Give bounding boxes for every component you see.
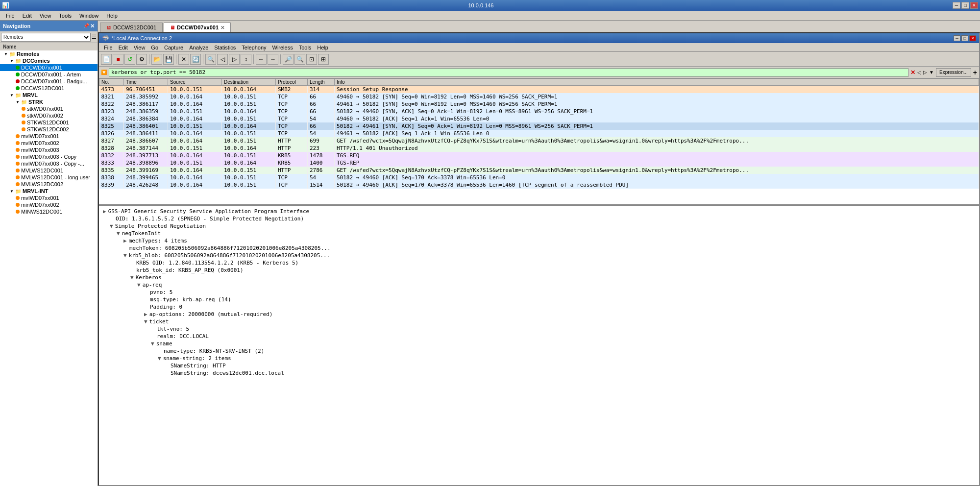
detail-line[interactable]: ▼ticket	[101, 318, 977, 325]
menu-window[interactable]: Window	[75, 12, 102, 20]
tree-item-stkwd07xx002[interactable]: stkWD07xx002	[0, 112, 98, 119]
detail-line[interactable]: ▶ap-options: 20000000 (mutual-required)	[101, 311, 977, 318]
ws-packet-table[interactable]: No. Time Source Destination Protocol Len…	[99, 78, 979, 206]
menu-help[interactable]: Help	[102, 12, 122, 20]
detail-line[interactable]: ▼krb5_blob: 608205b506092a864886f7120102…	[101, 252, 977, 259]
detail-line[interactable]: Padding: 0	[101, 303, 977, 311]
ws-find-btn[interactable]: 🔍	[205, 54, 216, 65]
tree-item-mvlws12dc001[interactable]: MVLWS12DC001	[0, 167, 98, 174]
packet-row[interactable]: 8323 248.386359 10.0.0.151 10.0.0.164 TC…	[99, 108, 979, 115]
tree-item-mvlwd07xx001[interactable]: mvIWD07xx001	[0, 133, 98, 140]
packet-row[interactable]: 8324 248.386384 10.0.0.164 10.0.0.151 TC…	[99, 115, 979, 122]
packet-row[interactable]: 8332 248.397713 10.0.0.164 10.0.0.151 KR…	[99, 152, 979, 159]
packet-row[interactable]: 8333 248.398896 10.0.0.151 10.0.0.164 KR…	[99, 159, 979, 167]
packet-row[interactable]: 8339 248.426248 10.0.0.164 10.0.0.151 TC…	[99, 181, 979, 189]
ws-menu-statistics[interactable]: Statistics	[211, 44, 239, 51]
ws-menu-view[interactable]: View	[131, 44, 148, 51]
minimize-button[interactable]: ─	[953, 2, 960, 9]
ws-zoom-reset-btn[interactable]: ⊡	[306, 54, 317, 65]
ws-menu-help[interactable]: Help	[314, 44, 331, 51]
detail-line[interactable]: ▼sname	[101, 340, 977, 347]
tab-dccwd07xx001[interactable]: 🖥 DCCWD07xx001 ✕	[164, 23, 231, 32]
ws-next-btn[interactable]: ▷	[229, 54, 240, 65]
detail-line[interactable]: pvno: 5	[101, 289, 977, 296]
ws-filter-clear-btn[interactable]: ✕	[910, 69, 915, 76]
tree-item-stkws12dc001[interactable]: STKWS12DC001	[0, 119, 98, 126]
detail-line[interactable]: name-type: KRB5-NT-SRV-INST (2)	[101, 347, 977, 355]
detail-line[interactable]: SNameString: HTTP	[101, 362, 977, 369]
ws-expression-btn[interactable]: Expression...	[936, 68, 971, 77]
detail-line[interactable]: ▼sname-string: 2 items	[101, 355, 977, 362]
tree-item-stkws12dc002[interactable]: STKWS12DC002	[0, 126, 98, 133]
ws-zoom-out-btn[interactable]: 🔍	[294, 54, 305, 65]
tree-item-mvlwd07xx001-int[interactable]: mvIWD07xx001	[0, 194, 98, 201]
tree-item-mvlwd07xx003-copy2[interactable]: mvIWD07xx003 - Copy -...	[0, 160, 98, 167]
ws-menu-file[interactable]: File	[101, 44, 116, 51]
tree-item-mvlwd07xx002[interactable]: mvIWD07xx002	[0, 140, 98, 146]
detail-line[interactable]: mechToken: 608205b506092a864886f71201020…	[101, 244, 977, 252]
packet-row[interactable]: 8335 248.399169 10.0.0.164 10.0.0.151 HT…	[99, 167, 979, 174]
tree-item-dccwd07xx001-artem[interactable]: DCCWD07xx001 - Artem	[0, 71, 98, 78]
tab-dccws12dc001[interactable]: 🖥 DCCWS12DC001	[100, 23, 163, 32]
ws-filter-arrow2[interactable]: ▷	[923, 70, 927, 75]
ws-close-file-btn[interactable]: ✕	[178, 54, 189, 65]
detail-line[interactable]: ▼negTokenInit	[101, 230, 977, 237]
ws-menu-tools[interactable]: Tools	[296, 44, 315, 51]
packet-row[interactable]: 8322 248.386117 10.0.0.164 10.0.0.151 TC…	[99, 100, 979, 108]
menu-tools[interactable]: Tools	[55, 12, 75, 20]
ws-menu-capture[interactable]: Capture	[161, 44, 186, 51]
tab-close-button[interactable]: ✕	[220, 25, 224, 30]
detail-line[interactable]: tkt-vno: 5	[101, 325, 977, 333]
ws-zoom-in-btn[interactable]: 🔎	[283, 54, 294, 65]
ws-reload-btn[interactable]: 🔄	[190, 54, 201, 65]
pin-icon[interactable]: 📌	[83, 23, 89, 29]
strk-group[interactable]: ▼ 📁 STRK	[0, 98, 98, 105]
tree-item-dccws12dc001[interactable]: DCCWS12DC001	[0, 85, 98, 92]
ws-back-btn[interactable]: ←	[256, 54, 267, 65]
tree-item-mvlwd07xx003[interactable]: mvIWD07xx003	[0, 146, 98, 153]
menu-edit[interactable]: Edit	[19, 12, 36, 20]
detail-line[interactable]: krb5_tok_id: KRB5_AP_REQ (0x0001)	[101, 267, 977, 274]
detail-line[interactable]: ▶GSS-API Generic Security Service Applic…	[101, 208, 977, 215]
mrvlint-group[interactable]: ▼ 📁 MRVL-INT	[0, 188, 98, 194]
tree-item-mvlws12dc001-long[interactable]: MVLWS12DC001 - long user	[0, 174, 98, 181]
packet-row[interactable]: 8327 248.386607 10.0.0.164 10.0.0.151 HT…	[99, 137, 979, 145]
menu-view[interactable]: View	[36, 12, 55, 20]
packet-row[interactable]: 8321 248.385992 10.0.0.164 10.0.0.151 TC…	[99, 93, 979, 100]
nav-menu-icon[interactable]: ☰	[92, 34, 97, 40]
packet-row[interactable]: 8338 248.399465 10.0.0.164 10.0.0.151 TC…	[99, 174, 979, 181]
ws-restore-btn[interactable]: □	[961, 35, 968, 41]
detail-line[interactable]: ▼ap-req	[101, 281, 977, 289]
ws-menu-analyze[interactable]: Analyze	[186, 44, 211, 51]
dccomics-group[interactable]: ▼ 📁 DCComics	[0, 57, 98, 64]
tree-item-mvlws12dc002[interactable]: MVLWS12DC002	[0, 181, 98, 188]
ws-packet-detail[interactable]: ▶GSS-API Generic Security Service Applic…	[99, 206, 979, 485]
ws-restart-btn[interactable]: ↺	[124, 54, 135, 65]
ws-filter-dropdown[interactable]: ▼	[929, 70, 934, 75]
remotes-group[interactable]: ▼ 📁 Remotes	[0, 50, 98, 57]
ws-fwd-btn[interactable]: →	[268, 54, 278, 65]
tree-item-minwd07xx002[interactable]: minWD07xx002	[0, 201, 98, 208]
ws-menu-edit[interactable]: Edit	[116, 44, 131, 51]
detail-line[interactable]: ▼Simple Protected Negotiation	[101, 222, 977, 230]
ws-minimize-btn[interactable]: ─	[954, 35, 960, 41]
tree-item-dccwd07xx001-badgu[interactable]: DCCWD07xx001 - Badgu...	[0, 78, 98, 85]
detail-line[interactable]: OID: 1.3.6.1.5.5.2 (SPNEGO - Simple Prot…	[101, 215, 977, 222]
ws-filter-arrow1[interactable]: ◁	[917, 70, 921, 75]
ws-filter-add-btn[interactable]: +	[973, 69, 977, 76]
ws-open-btn[interactable]: 📂	[151, 54, 162, 65]
ws-stop-btn[interactable]: ■	[113, 54, 123, 65]
detail-line[interactable]: KRB5 OID: 1.2.840.113554.1.2.2 (KRB5 - K…	[101, 259, 977, 267]
ws-new-btn[interactable]: 📄	[101, 54, 112, 65]
mrvl-group[interactable]: ▼ 📁 MRVL	[0, 92, 98, 98]
ws-menu-telephony[interactable]: Telephony	[239, 44, 269, 51]
ws-filter-input[interactable]	[109, 68, 908, 77]
detail-line[interactable]: msg-type: krb-ap-req (14)	[101, 296, 977, 303]
packet-row[interactable]: 8328 248.387144 10.0.0.151 10.0.0.164 HT…	[99, 145, 979, 152]
tree-item-dccwd07xx001[interactable]: DCCWD07xx001	[0, 64, 98, 71]
tree-item-minws12dc001[interactable]: MINWS12DC001	[0, 208, 98, 215]
ws-goto-btn[interactable]: ↕	[241, 54, 251, 65]
tree-item-stkwd07xx001[interactable]: stkWD07xx001	[0, 105, 98, 112]
menu-file[interactable]: File	[2, 12, 19, 20]
ws-save-btn[interactable]: 💾	[163, 54, 174, 65]
